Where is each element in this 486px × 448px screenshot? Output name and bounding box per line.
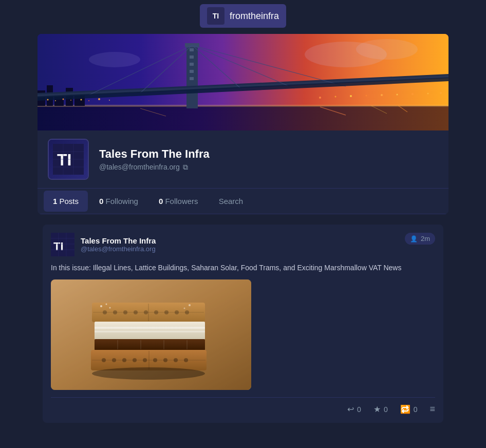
time-value: 2m	[421, 235, 430, 242]
svg-point-37	[366, 95, 367, 97]
handle-text: @tales@fromtheinfra.org	[99, 163, 180, 171]
svg-rect-76	[95, 327, 205, 329]
more-button[interactable]: ≡	[429, 404, 435, 415]
boost-button[interactable]: 🔁 0	[400, 404, 418, 415]
reply-icon: ↩	[347, 404, 354, 414]
profile-avatar: TI	[48, 139, 89, 180]
favorite-button[interactable]: ★ 0	[373, 404, 388, 415]
copy-icon[interactable]: ⧉	[183, 163, 188, 172]
profile-handle: @tales@fromtheinfra.org ⧉	[99, 163, 438, 172]
following-label: Following	[106, 197, 138, 206]
svg-point-31	[88, 100, 89, 101]
svg-point-40	[412, 93, 414, 95]
reply-button[interactable]: ↩ 0	[347, 404, 361, 415]
boost-count: 0	[414, 405, 418, 414]
post-image	[51, 279, 251, 390]
svg-rect-5	[38, 105, 448, 107]
profile-header: TI Tales From The Infra @tales@fromthein…	[38, 130, 448, 189]
svg-point-29	[70, 100, 71, 101]
svg-point-100	[184, 308, 185, 309]
svg-point-27	[55, 100, 56, 101]
svg-point-26	[47, 99, 49, 101]
posts-count: 1	[53, 197, 57, 206]
svg-point-97	[106, 304, 107, 305]
profile-tabs: 1 Posts 0 Following 0 Followers Search	[38, 189, 448, 214]
svg-rect-78	[95, 339, 205, 350]
svg-rect-15	[190, 63, 194, 66]
svg-point-99	[189, 304, 191, 306]
post-author-info: Tales From The Infra @tales@fromtheinfra…	[81, 236, 156, 253]
person-icon: 👤	[410, 235, 418, 242]
svg-point-34	[319, 97, 321, 99]
svg-point-39	[397, 94, 398, 96]
post-time: 👤 2m	[405, 233, 435, 245]
boost-icon: 🔁	[400, 404, 410, 414]
followers-label: Followers	[165, 197, 198, 206]
top-nav: TI fromtheinfra	[0, 0, 486, 34]
post-body: In this issue: Illegal Lines, Lattice Bu…	[51, 263, 435, 390]
profile-container: TI Tales From The Infra @tales@fromthein…	[38, 34, 448, 214]
post-actions: ↩ 0 ★ 0 🔁 0 ≡	[51, 397, 435, 415]
svg-point-36	[350, 95, 352, 97]
svg-rect-17	[190, 77, 194, 80]
svg-rect-77	[95, 331, 205, 332]
followers-count: 0	[159, 197, 163, 206]
tab-following[interactable]: 0 Following	[90, 191, 147, 212]
svg-point-32	[98, 98, 100, 100]
posts-label: Posts	[60, 197, 79, 206]
nav-logo: TI	[207, 7, 225, 25]
profile-name: Tales From The Infra	[99, 147, 438, 161]
profile-banner	[38, 34, 448, 130]
post-text: In this issue: Illegal Lines, Lattice Bu…	[51, 263, 435, 273]
svg-point-42	[440, 92, 442, 94]
svg-point-98	[109, 307, 111, 309]
svg-rect-13	[190, 48, 194, 51]
post-author-handle: @tales@fromtheinfra.org	[81, 245, 156, 253]
svg-point-35	[335, 96, 337, 98]
svg-point-95	[92, 367, 205, 380]
post-avatar: TI	[51, 233, 74, 256]
svg-point-41	[427, 93, 429, 95]
nav-brand[interactable]: TI fromtheinfra	[200, 4, 286, 28]
avatar-inner: TI	[49, 140, 88, 179]
post-card: TI Tales From The Infra @tales@fromthein…	[43, 225, 443, 423]
nav-logo-text: TI	[213, 12, 219, 20]
svg-point-30	[81, 99, 82, 101]
svg-point-28	[63, 99, 64, 100]
post-author-name: Tales From The Infra	[81, 236, 156, 245]
post-feed: TI Tales From The Infra @tales@fromthein…	[38, 219, 448, 433]
tab-followers[interactable]: 0 Followers	[149, 191, 208, 212]
svg-point-96	[100, 305, 102, 307]
tab-posts[interactable]: 1 Posts	[44, 191, 88, 212]
svg-text:TI: TI	[57, 151, 71, 169]
svg-point-33	[109, 100, 110, 101]
svg-rect-4	[38, 106, 448, 130]
svg-rect-14	[190, 55, 194, 59]
tab-search[interactable]: Search	[210, 191, 253, 212]
favorite-count: 0	[384, 405, 388, 414]
svg-rect-11	[186, 44, 198, 108]
svg-point-38	[381, 94, 383, 96]
post-header: TI Tales From The Infra @tales@fromthein…	[51, 233, 435, 256]
following-count: 0	[99, 197, 103, 206]
svg-point-3	[89, 52, 140, 67]
svg-point-2	[356, 39, 418, 60]
search-label: Search	[219, 197, 244, 206]
svg-rect-75	[95, 322, 205, 340]
profile-info: Tales From The Infra @tales@fromtheinfra…	[99, 147, 438, 172]
post-author: TI Tales From The Infra @tales@fromthein…	[51, 233, 156, 256]
nav-brand-name: fromtheinfra	[230, 11, 279, 22]
reply-count: 0	[357, 405, 361, 414]
svg-rect-16	[190, 70, 194, 73]
star-icon: ★	[373, 404, 381, 414]
